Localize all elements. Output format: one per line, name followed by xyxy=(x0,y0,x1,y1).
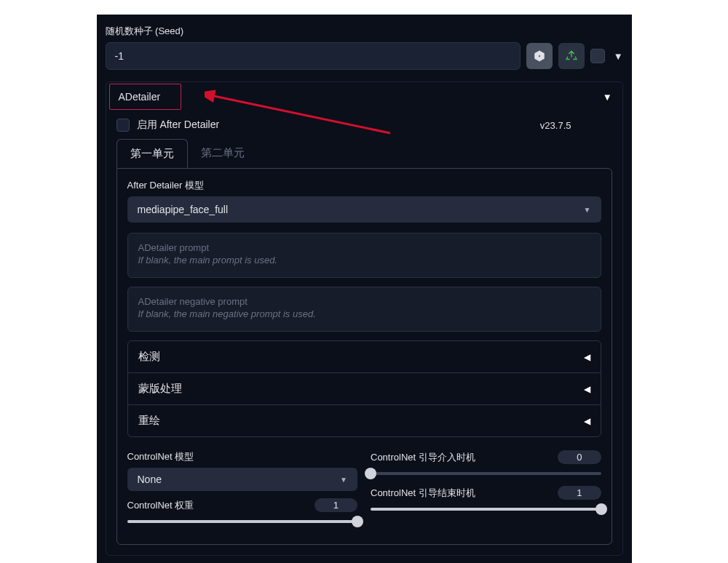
seed-label: 随机数种子 (Seed) xyxy=(106,25,623,38)
prompt-placeholder-line2: If blank, the main prompt is used. xyxy=(138,255,590,265)
model-select-value: mediapipe_face_full xyxy=(138,204,229,215)
model-label: After Detailer 模型 xyxy=(127,179,601,192)
dice-button[interactable] xyxy=(526,43,553,69)
accordion-detect-label: 检测 xyxy=(138,350,160,364)
chevron-left-icon: ◀ xyxy=(584,384,590,394)
cn-start-value[interactable]: 0 xyxy=(558,450,601,464)
recycle-icon xyxy=(565,49,578,63)
enable-adetailer-label: 启用 After Detailer xyxy=(137,119,220,132)
adetailer-version: v23.7.5 xyxy=(540,120,571,131)
dice-icon xyxy=(533,49,546,63)
adetailer-title[interactable]: ADetailer xyxy=(119,91,161,103)
enable-adetailer-checkbox[interactable] xyxy=(116,119,130,132)
cn-weight-value[interactable]: 1 xyxy=(314,498,357,512)
chevron-down-icon: ▼ xyxy=(584,206,591,214)
recycle-button[interactable] xyxy=(558,43,585,69)
adetailer-prompt-input[interactable]: ADetailer prompt If blank, the main prom… xyxy=(127,233,601,278)
chevron-down-icon[interactable]: ▼ xyxy=(614,51,623,62)
accordion-inpaint-label: 重绘 xyxy=(138,414,160,428)
seed-input[interactable] xyxy=(106,42,521,70)
chevron-left-icon: ◀ xyxy=(584,416,590,426)
cn-model-select[interactable]: None ▼ xyxy=(127,468,358,491)
tab-unit2[interactable]: 第二单元 xyxy=(188,139,258,168)
cn-start-label: ControlNet 引导介入时机 xyxy=(371,451,475,464)
tab-unit1[interactable]: 第一单元 xyxy=(116,139,188,168)
accordion-detect[interactable]: 检测 ◀ xyxy=(128,341,601,372)
adetailer-title-box: ADetailer xyxy=(109,84,182,110)
neg-prompt-placeholder-line1: ADetailer negative prompt xyxy=(138,296,590,307)
model-select[interactable]: mediapipe_face_full ▼ xyxy=(127,196,601,223)
cn-weight-slider[interactable] xyxy=(127,516,358,527)
cn-model-label: ControlNet 模型 xyxy=(127,450,358,463)
cn-model-value: None xyxy=(138,474,162,485)
collapse-icon[interactable]: ▼ xyxy=(603,92,612,103)
neg-prompt-placeholder-line2: If blank, the main negative prompt is us… xyxy=(138,308,590,319)
chevron-left-icon: ◀ xyxy=(584,352,590,362)
cn-end-slider[interactable] xyxy=(371,504,601,514)
prompt-placeholder-line1: ADetailer prompt xyxy=(138,242,590,253)
adetailer-negative-prompt-input[interactable]: ADetailer negative prompt If blank, the … xyxy=(127,287,601,332)
chevron-down-icon: ▼ xyxy=(340,476,347,484)
svg-point-0 xyxy=(539,55,540,57)
cn-weight-label: ControlNet 权重 xyxy=(127,499,194,512)
accordion-mask-label: 蒙版处理 xyxy=(138,382,182,396)
cn-end-label: ControlNet 引导结束时机 xyxy=(371,487,475,500)
accordion-mask[interactable]: 蒙版处理 ◀ xyxy=(128,372,601,404)
extra-options-checkbox[interactable] xyxy=(590,49,605,63)
cn-start-slider[interactable] xyxy=(371,468,601,479)
cn-end-value[interactable]: 1 xyxy=(558,486,601,500)
accordion-inpaint[interactable]: 重绘 ◀ xyxy=(128,404,601,436)
